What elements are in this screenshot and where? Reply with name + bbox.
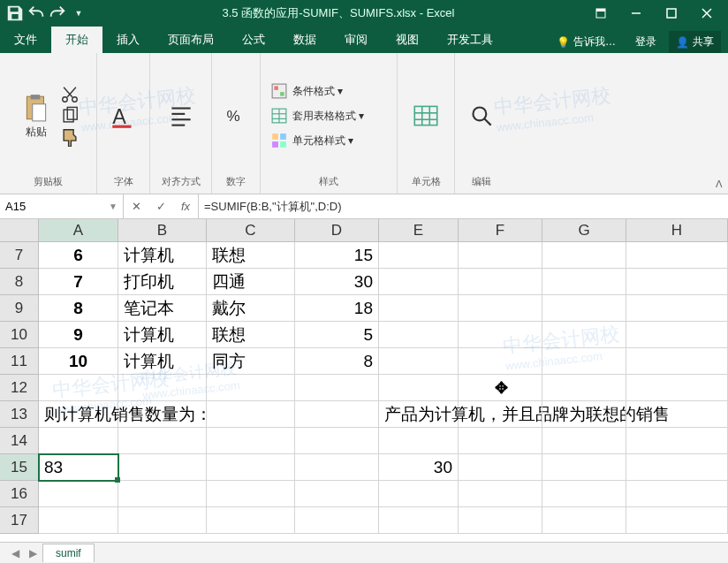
cell[interactable]: [459, 295, 542, 322]
cell[interactable]: 8: [295, 348, 379, 375]
cell[interactable]: 联想: [207, 242, 295, 269]
cell[interactable]: [118, 375, 207, 401]
cell[interactable]: 30: [295, 269, 379, 295]
cell[interactable]: 9: [39, 322, 118, 348]
cell[interactable]: [207, 507, 295, 534]
copy-icon[interactable]: [60, 107, 80, 125]
cell[interactable]: 计算机: [118, 348, 207, 375]
cell[interactable]: [626, 269, 728, 295]
cell[interactable]: [459, 507, 542, 534]
cell[interactable]: [207, 428, 295, 454]
cell[interactable]: 四通: [207, 269, 295, 295]
cell[interactable]: [207, 454, 295, 481]
ribbon-tab[interactable]: 开发工具: [433, 27, 507, 53]
tell-me[interactable]: 💡告诉我…: [550, 31, 623, 53]
redo-icon[interactable]: [48, 4, 67, 23]
cell[interactable]: [118, 507, 207, 534]
cell[interactable]: [542, 507, 626, 534]
format-painter-icon[interactable]: [60, 128, 80, 146]
cell[interactable]: [118, 428, 207, 454]
save-icon[interactable]: [5, 4, 25, 23]
cell[interactable]: 15: [295, 242, 379, 269]
cell[interactable]: 10: [39, 348, 118, 375]
cell[interactable]: 18: [295, 295, 379, 322]
name-box-input[interactable]: [5, 200, 109, 213]
row-header[interactable]: 9: [0, 295, 39, 322]
row-header[interactable]: 13: [0, 401, 39, 428]
cell[interactable]: [626, 295, 728, 322]
cell[interactable]: [542, 269, 626, 295]
cell[interactable]: [207, 401, 295, 428]
ribbon-tab[interactable]: 文件: [0, 27, 51, 53]
row-header[interactable]: 15: [0, 454, 39, 481]
cell[interactable]: 8: [39, 295, 118, 322]
sheet-nav-next-icon[interactable]: ▶: [25, 547, 41, 559]
cell[interactable]: [295, 481, 379, 507]
cell[interactable]: 同方: [207, 348, 295, 375]
cut-icon[interactable]: [60, 86, 80, 103]
row-header[interactable]: 17: [0, 507, 39, 534]
cell[interactable]: [542, 322, 626, 348]
cell[interactable]: [118, 401, 207, 428]
cell[interactable]: [542, 454, 626, 481]
ribbon-tab[interactable]: 公式: [228, 27, 279, 53]
cell[interactable]: [542, 348, 626, 375]
ribbon-tab[interactable]: 审阅: [330, 27, 382, 53]
cell[interactable]: 计算机: [118, 322, 207, 348]
cell[interactable]: [542, 401, 626, 428]
cell[interactable]: 6: [39, 242, 118, 269]
ribbon-tab[interactable]: 插入: [102, 27, 154, 53]
cell[interactable]: [295, 401, 379, 428]
number-group-icon[interactable]: %: [217, 97, 254, 134]
spreadsheet-grid[interactable]: ABCDEFGH 76计算机联想1587打印机四通3098笔记本戴尔18109计…: [0, 219, 728, 534]
name-box[interactable]: ▼: [0, 194, 124, 218]
font-group-icon[interactable]: A: [105, 97, 142, 134]
login-link[interactable]: 登录: [628, 31, 664, 53]
cell[interactable]: [459, 322, 542, 348]
cell[interactable]: [39, 481, 118, 507]
ribbon-tab[interactable]: 视图: [382, 27, 433, 53]
cell[interactable]: [39, 375, 118, 401]
column-header[interactable]: C: [207, 219, 295, 241]
cell[interactable]: [542, 242, 626, 269]
cell[interactable]: [379, 481, 459, 507]
cell[interactable]: [542, 481, 626, 507]
cell[interactable]: [626, 375, 728, 401]
row-header[interactable]: 11: [0, 348, 39, 375]
cell[interactable]: [542, 375, 626, 401]
format-as-table-button[interactable]: 套用表格格式 ▾: [268, 106, 390, 126]
editing-group-icon[interactable]: [463, 97, 500, 134]
cell[interactable]: [39, 428, 118, 454]
cell[interactable]: [459, 401, 542, 428]
cell[interactable]: [379, 322, 459, 348]
cell[interactable]: [379, 269, 459, 295]
cell[interactable]: 30: [379, 454, 459, 481]
cell[interactable]: [459, 481, 542, 507]
cell[interactable]: [459, 269, 542, 295]
cell[interactable]: 7: [39, 269, 118, 295]
cell[interactable]: [379, 242, 459, 269]
column-header[interactable]: E: [379, 219, 459, 241]
cell[interactable]: 5: [295, 322, 379, 348]
cells-group-icon[interactable]: [407, 97, 444, 134]
cell[interactable]: 联想: [207, 322, 295, 348]
ribbon-options-icon[interactable]: [588, 1, 613, 26]
row-header[interactable]: 7: [0, 242, 39, 269]
cell[interactable]: [379, 428, 459, 454]
cell[interactable]: [379, 348, 459, 375]
cell[interactable]: [626, 242, 728, 269]
cell[interactable]: 则计算机销售数量为：: [39, 401, 118, 428]
cell[interactable]: [295, 428, 379, 454]
cell[interactable]: [459, 348, 542, 375]
cell[interactable]: [626, 481, 728, 507]
row-header[interactable]: 12: [0, 375, 39, 401]
column-header[interactable]: H: [626, 219, 728, 241]
maximize-icon[interactable]: [659, 1, 684, 26]
cell[interactable]: [118, 481, 207, 507]
paste-button[interactable]: 粘贴: [18, 89, 55, 143]
cell[interactable]: [459, 428, 542, 454]
cell[interactable]: 产品为计算机，并且品牌为联想的销售: [379, 401, 459, 428]
collapse-ribbon-icon[interactable]: ᐱ: [716, 179, 723, 190]
cell[interactable]: [626, 454, 728, 481]
cell-styles-button[interactable]: 单元格样式 ▾: [268, 131, 390, 150]
